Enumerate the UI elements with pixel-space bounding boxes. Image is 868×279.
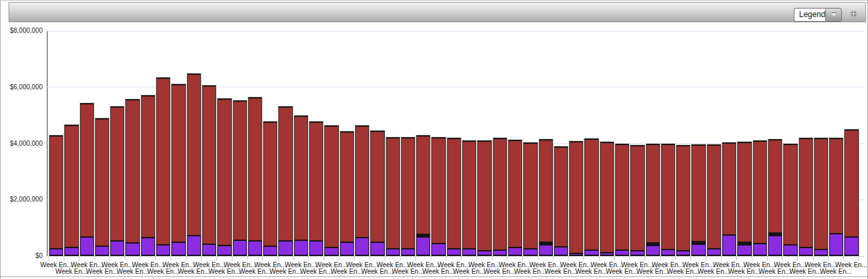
bar[interactable]: [493, 138, 507, 256]
bar[interactable]: [722, 142, 736, 256]
bar[interactable]: [783, 144, 797, 256]
bar[interactable]: [64, 125, 78, 256]
bar[interactable]: [49, 135, 63, 256]
bar[interactable]: [340, 131, 354, 256]
bar[interactable]: [110, 106, 124, 256]
bar[interactable]: [217, 98, 231, 256]
bar[interactable]: [416, 135, 430, 256]
bar-segment-purple: [171, 242, 185, 257]
bar[interactable]: [233, 100, 247, 256]
bar-segment-red: [630, 145, 644, 251]
bar[interactable]: [707, 144, 721, 256]
bar[interactable]: [584, 139, 598, 256]
bar[interactable]: [95, 118, 109, 256]
bar-segment-red: [523, 142, 537, 248]
bar-segment-purple: [493, 249, 507, 256]
bar[interactable]: [844, 129, 858, 256]
x-axis-tick: [64, 256, 64, 261]
y-axis-label: $2,000,000: [2, 196, 43, 203]
bar[interactable]: [370, 131, 384, 256]
bar[interactable]: [691, 144, 705, 256]
bar-segment-purple: [309, 240, 323, 256]
bar[interactable]: [508, 140, 522, 256]
bar-segment-purple: [799, 247, 813, 256]
y-axis-label: $8,000,000: [2, 27, 43, 34]
x-axis-label: Week En...: [636, 268, 668, 275]
bar-segment-red: [80, 103, 94, 236]
bar[interactable]: [202, 85, 216, 256]
bar[interactable]: [600, 142, 614, 256]
bar-segment-purple: [554, 246, 568, 256]
bar[interactable]: [248, 97, 262, 256]
x-axis-tick: [706, 256, 706, 261]
bar[interactable]: [462, 140, 476, 256]
bar[interactable]: [263, 121, 277, 256]
bar-segment-purple: [646, 245, 660, 256]
x-axis-label: Week En...: [514, 268, 546, 275]
bar[interactable]: [569, 141, 583, 256]
bar[interactable]: [661, 144, 675, 257]
bar-segment-red: [401, 137, 415, 248]
x-axis-tick: [614, 256, 615, 261]
bar[interactable]: [477, 140, 491, 256]
bar-segment-purple: [416, 236, 430, 256]
bar-segment-purple: [355, 237, 369, 256]
bar[interactable]: [676, 145, 690, 256]
bar[interactable]: [386, 137, 400, 256]
bar-segment-red: [447, 138, 461, 248]
bar[interactable]: [156, 77, 170, 256]
bar[interactable]: [294, 116, 308, 256]
bar[interactable]: [829, 138, 843, 256]
x-axis-label: Week En...: [453, 268, 485, 275]
bar[interactable]: [523, 142, 537, 256]
x-axis-label: Week En...: [728, 268, 760, 275]
bar[interactable]: [737, 142, 751, 256]
x-axis-tick: [843, 256, 844, 261]
x-axis-tick: [431, 256, 431, 261]
bar-segment-purple: [707, 248, 721, 256]
y-axis-label: $6,000,000: [2, 83, 43, 91]
bar[interactable]: [141, 95, 155, 256]
bar[interactable]: [646, 144, 660, 256]
bar-segment-purple: [110, 240, 124, 256]
bar[interactable]: [554, 146, 568, 256]
bar[interactable]: [753, 140, 767, 256]
bar-segment-purple: [569, 253, 583, 256]
bar[interactable]: [539, 139, 553, 256]
bar-segment-red: [722, 142, 736, 234]
bar[interactable]: [814, 138, 828, 256]
bar-segment-purple: [431, 243, 445, 256]
bar[interactable]: [278, 106, 292, 256]
bar[interactable]: [187, 74, 201, 256]
x-axis-tick: [782, 256, 783, 261]
bar-segment-purple: [95, 246, 109, 256]
bar[interactable]: [768, 139, 782, 256]
bar[interactable]: [615, 144, 629, 256]
bar-segment-purple: [630, 250, 644, 256]
x-axis-tick: [293, 256, 293, 261]
x-axis-tick: [155, 256, 156, 261]
bar-segment-purple: [783, 244, 797, 256]
bar[interactable]: [799, 138, 813, 256]
panel-bottom-border: [1, 276, 867, 277]
bar-segment-purple: [125, 242, 139, 256]
bar[interactable]: [431, 137, 445, 256]
bar-segment-red: [829, 138, 843, 233]
bar[interactable]: [80, 103, 94, 256]
bar[interactable]: [125, 99, 139, 256]
x-axis-tick: [369, 256, 370, 261]
x-axis-tick: [308, 256, 309, 261]
x-axis-tick: [278, 256, 278, 261]
bar[interactable]: [401, 137, 415, 256]
plot-area: $0$2,000,000$4,000,000$6,000,000$8,000,0…: [1, 1, 868, 279]
bar[interactable]: [355, 125, 369, 256]
bar[interactable]: [171, 84, 185, 256]
bar[interactable]: [630, 145, 644, 256]
bar[interactable]: [324, 125, 338, 256]
x-axis-tick: [553, 256, 553, 261]
bar-segment-purple: [768, 235, 782, 256]
bar[interactable]: [447, 138, 461, 256]
bar-segment-purple: [248, 240, 262, 256]
bar[interactable]: [309, 121, 323, 256]
bar-segment-red: [691, 144, 705, 241]
